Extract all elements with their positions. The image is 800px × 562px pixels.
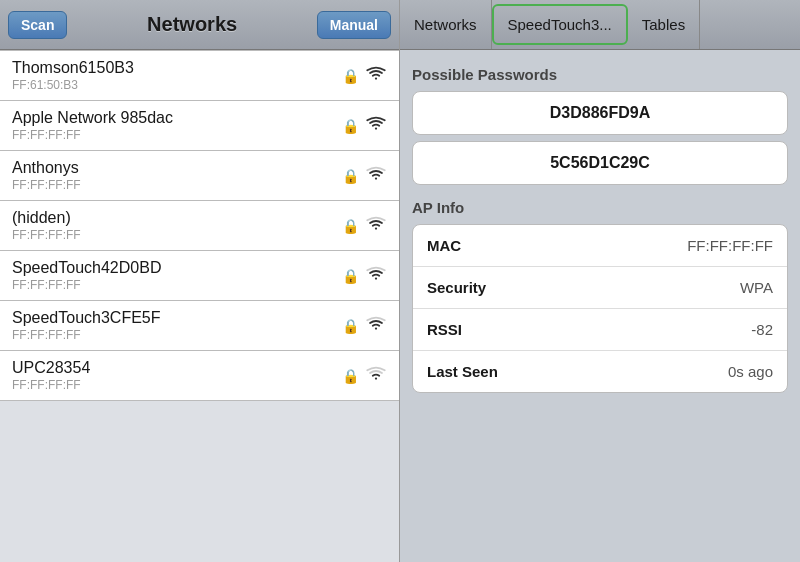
info-row: Last Seen 0s ago [413, 351, 787, 392]
password-item: D3D886FD9A [412, 91, 788, 135]
network-mac: FF:FF:FF:FF [12, 328, 342, 342]
network-name: SpeedTouch3CFE5F [12, 309, 342, 327]
network-icons: 🔒 [342, 365, 387, 386]
ap-info-label: AP Info [412, 199, 788, 216]
lock-icon: 🔒 [342, 68, 359, 84]
network-mac: FF:61:50:B3 [12, 78, 342, 92]
network-mac: FF:FF:FF:FF [12, 278, 342, 292]
wifi-icon [365, 265, 387, 286]
wifi-icon [365, 65, 387, 86]
tab-speedtouch3-[interactable]: SpeedTouch3... [492, 4, 628, 45]
network-item[interactable]: SpeedTouch3CFE5F FF:FF:FF:FF 🔒 [0, 301, 399, 351]
network-icons: 🔒 [342, 265, 387, 286]
info-key: RSSI [427, 321, 462, 338]
network-info: UPC28354 FF:FF:FF:FF [12, 359, 342, 392]
info-key: Last Seen [427, 363, 498, 380]
lock-icon: 🔒 [342, 268, 359, 284]
network-mac: FF:FF:FF:FF [12, 178, 342, 192]
network-name: (hidden) [12, 209, 342, 227]
scan-button[interactable]: Scan [8, 11, 67, 39]
right-content: Possible Passwords D3D886FD9A5C56D1C29C … [400, 50, 800, 562]
network-icons: 🔒 [342, 165, 387, 186]
possible-passwords-label: Possible Passwords [412, 66, 788, 83]
info-value: WPA [740, 279, 773, 296]
passwords-list: D3D886FD9A5C56D1C29C [412, 91, 788, 185]
info-row: Security WPA [413, 267, 787, 309]
info-row: MAC FF:FF:FF:FF [413, 225, 787, 267]
network-icons: 🔒 [342, 315, 387, 336]
info-row: RSSI -82 [413, 309, 787, 351]
network-info: SpeedTouch42D0BD FF:FF:FF:FF [12, 259, 342, 292]
info-value: 0s ago [728, 363, 773, 380]
manual-button[interactable]: Manual [317, 11, 391, 39]
info-key: Security [427, 279, 486, 296]
lock-icon: 🔒 [342, 168, 359, 184]
network-item[interactable]: SpeedTouch42D0BD FF:FF:FF:FF 🔒 [0, 251, 399, 301]
network-item[interactable]: UPC28354 FF:FF:FF:FF 🔒 [0, 351, 399, 401]
network-info: Apple Network 985dac FF:FF:FF:FF [12, 109, 342, 142]
ap-info-section: AP Info MAC FF:FF:FF:FF Security WPA RSS… [412, 199, 788, 393]
lock-icon: 🔒 [342, 368, 359, 384]
network-name: Apple Network 985dac [12, 109, 342, 127]
network-name: SpeedTouch42D0BD [12, 259, 342, 277]
network-info: SpeedTouch3CFE5F FF:FF:FF:FF [12, 309, 342, 342]
network-name: Anthonys [12, 159, 342, 177]
network-mac: FF:FF:FF:FF [12, 378, 342, 392]
info-value: -82 [751, 321, 773, 338]
right-header: NetworksSpeedTouch3...Tables [400, 0, 800, 50]
network-item[interactable]: Apple Network 985dac FF:FF:FF:FF 🔒 [0, 101, 399, 151]
left-header: Scan Networks Manual [0, 0, 399, 50]
lock-icon: 🔒 [342, 218, 359, 234]
network-mac: FF:FF:FF:FF [12, 228, 342, 242]
network-info: (hidden) FF:FF:FF:FF [12, 209, 342, 242]
tab-tables[interactable]: Tables [628, 0, 700, 49]
wifi-icon [365, 165, 387, 186]
network-icons: 🔒 [342, 65, 387, 86]
wifi-icon [365, 365, 387, 386]
info-key: MAC [427, 237, 461, 254]
network-mac: FF:FF:FF:FF [12, 128, 342, 142]
network-item[interactable]: Anthonys FF:FF:FF:FF 🔒 [0, 151, 399, 201]
wifi-icon [365, 115, 387, 136]
network-icons: 🔒 [342, 215, 387, 236]
network-info: Thomson6150B3 FF:61:50:B3 [12, 59, 342, 92]
password-item: 5C56D1C29C [412, 141, 788, 185]
lock-icon: 🔒 [342, 318, 359, 334]
network-item[interactable]: Thomson6150B3 FF:61:50:B3 🔒 [0, 50, 399, 101]
wifi-icon [365, 215, 387, 236]
tab-networks[interactable]: Networks [400, 0, 492, 49]
network-list: Thomson6150B3 FF:61:50:B3 🔒 Apple Networ… [0, 50, 399, 562]
left-panel: Scan Networks Manual Thomson6150B3 FF:61… [0, 0, 400, 562]
network-icons: 🔒 [342, 115, 387, 136]
page-title: Networks [147, 13, 237, 36]
right-panel: NetworksSpeedTouch3...Tables Possible Pa… [400, 0, 800, 562]
network-item[interactable]: (hidden) FF:FF:FF:FF 🔒 [0, 201, 399, 251]
network-name: Thomson6150B3 [12, 59, 342, 77]
info-value: FF:FF:FF:FF [687, 237, 773, 254]
lock-icon: 🔒 [342, 118, 359, 134]
network-name: UPC28354 [12, 359, 342, 377]
ap-info-table: MAC FF:FF:FF:FF Security WPA RSSI -82 La… [412, 224, 788, 393]
network-info: Anthonys FF:FF:FF:FF [12, 159, 342, 192]
wifi-icon [365, 315, 387, 336]
